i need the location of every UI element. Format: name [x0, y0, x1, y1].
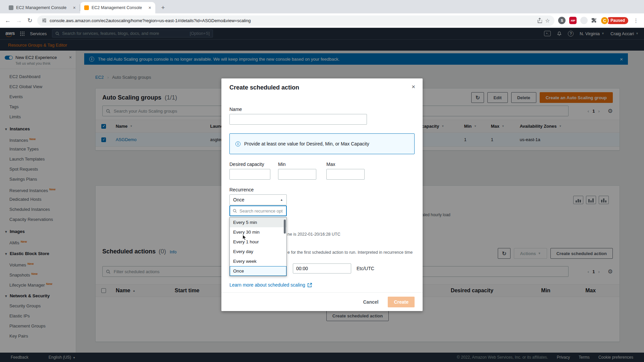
browser-menu-icon[interactable]: ⋮: [632, 17, 640, 24]
recurrence-select[interactable]: Once ▲: [229, 194, 287, 205]
ch caret-up-icon: ▲: [280, 198, 283, 201]
option-once[interactable]: Once: [230, 266, 286, 276]
option-every-30-min[interactable]: Every 30 min: [230, 227, 286, 237]
external-link-icon: [308, 283, 312, 287]
url-bar[interactable]: console.aws.amazon.com/ec2autoscaling/ho…: [37, 15, 554, 26]
recurrence-label: Recurrence: [229, 187, 254, 192]
browser-profile-chip[interactable]: C Paused: [600, 16, 628, 25]
new-tab-button[interactable]: +: [159, 3, 167, 12]
back-button[interactable]: ←: [4, 17, 11, 24]
bookmark-star-icon[interactable]: ☆: [545, 17, 550, 24]
recurrence-search-input[interactable]: [239, 208, 283, 214]
browser-tab-2[interactable]: EC2 Management Console ×: [80, 2, 155, 13]
info-icon: i: [235, 141, 240, 146]
tab-title: EC2 Management Console: [16, 5, 69, 10]
extensions-puzzle-icon[interactable]: [591, 18, 597, 23]
browser-tab-1[interactable]: EC2 Management Console ×: [5, 2, 80, 13]
url-toolbar: ← → ↻ console.aws.amazon.com/ec2autoscal…: [0, 13, 644, 28]
min-input[interactable]: [278, 169, 316, 180]
dropdown-scrollbar[interactable]: [284, 218, 286, 275]
dialog-footer: Cancel Create: [221, 292, 423, 311]
share-icon[interactable]: [537, 18, 542, 23]
desired-capacity-label: Desired capacity: [229, 162, 264, 167]
adblock-extension-icon[interactable]: ABP: [569, 17, 577, 24]
recurrence-dropdown: Every 5 min Every 30 min Every 1 hour Ev…: [229, 205, 287, 276]
option-every-week[interactable]: Every week: [230, 256, 286, 266]
timezone-label: Etc/UTC: [357, 266, 374, 271]
site-settings-icon[interactable]: [42, 18, 47, 23]
forward-button[interactable]: →: [15, 17, 22, 24]
sync-paused-badge: Paused: [606, 17, 628, 24]
tab-title: EC2 Management Console: [92, 5, 144, 10]
dialog-title: Create scheduled action: [229, 84, 299, 91]
tab-strip: EC2 Management Console × EC2 Management …: [0, 0, 644, 13]
profile-avatar: C: [600, 16, 609, 25]
screen: EC2 Management Console × EC2 Management …: [0, 0, 644, 362]
tab-favicon: [9, 5, 13, 10]
option-every-day[interactable]: Every day: [230, 247, 286, 256]
time-input[interactable]: [293, 263, 351, 274]
cancel-button[interactable]: Cancel: [363, 299, 378, 305]
tab-favicon: [84, 5, 89, 10]
option-every-5-min[interactable]: Every 5 min: [230, 218, 286, 227]
tab-close-icon[interactable]: ×: [147, 5, 153, 11]
tab-close-icon[interactable]: ×: [71, 5, 77, 11]
alert-text: Provide at least one value for Desired, …: [244, 141, 369, 146]
desired-capacity-input[interactable]: [229, 169, 270, 180]
recurrence-options-list: Every 5 min Every 30 min Every 1 hour Ev…: [229, 217, 287, 276]
start-time-help-fragment: e for the first scheduled action to run.…: [287, 250, 413, 255]
learn-more-link[interactable]: Learn more about scheduled scaling: [229, 282, 312, 288]
url-text: console.aws.amazon.com/ec2autoscaling/ho…: [50, 18, 534, 23]
recurrence-search[interactable]: [229, 205, 287, 216]
reload-button[interactable]: ↻: [26, 17, 34, 24]
max-input[interactable]: [326, 169, 365, 180]
info-alert: i Provide at least one value for Desired…: [229, 133, 415, 154]
max-label: Max: [326, 162, 335, 167]
mouse-cursor: [242, 234, 247, 241]
close-icon[interactable]: ×: [412, 83, 415, 90]
extension-icon[interactable]: [580, 17, 588, 24]
browser-chrome: EC2 Management Console × EC2 Management …: [0, 0, 644, 28]
recurrence-value: Once: [233, 197, 244, 202]
name-input[interactable]: [229, 114, 367, 125]
name-label: Name: [229, 107, 242, 112]
option-every-1-hour[interactable]: Every 1 hour: [230, 237, 286, 247]
min-label: Min: [278, 162, 286, 167]
create-button[interactable]: Create: [388, 297, 415, 307]
time-note-fragment: ne is 2022-01-20/16:28 UTC: [287, 232, 340, 237]
extension-icon-s[interactable]: S: [558, 17, 566, 24]
create-scheduled-action-dialog: Create scheduled action × Name i Provide…: [221, 78, 423, 311]
